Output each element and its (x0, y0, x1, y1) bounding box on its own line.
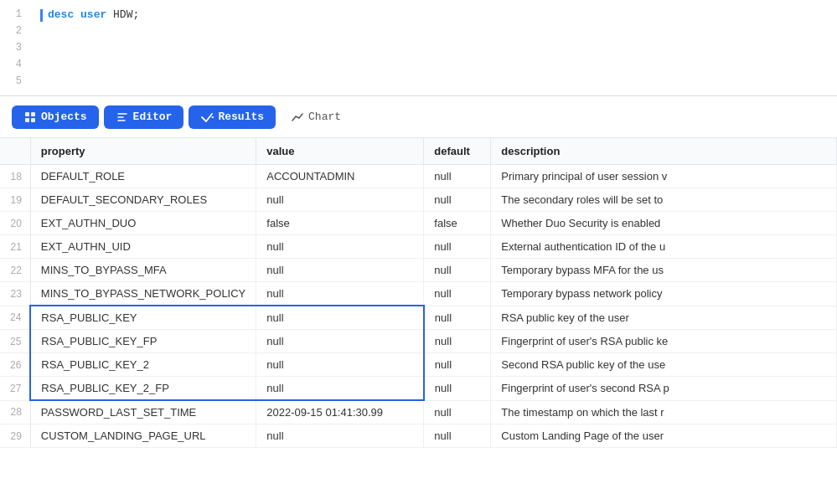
cell-description: Whether Duo Security is enabled (491, 212, 837, 235)
table-row[interactable]: 18DEFAULT_ROLEACCOUNTADMINnullPrimary pr… (0, 165, 837, 188)
svg-rect-3 (31, 118, 35, 122)
svg-rect-0 (25, 112, 29, 116)
code-content[interactable]: desc user HDW; (30, 0, 837, 95)
table-row[interactable]: 23MINS_TO_BYPASS_NETWORK_POLICYnullnullT… (0, 282, 837, 306)
chart-tab[interactable]: Chart (281, 105, 351, 129)
cell-value: null (256, 259, 424, 282)
cell-default: null (424, 353, 491, 377)
cursor (40, 9, 43, 22)
row-number: 28 (0, 400, 30, 424)
table-row[interactable]: 29CUSTOM_LANDING_PAGE_URLnullnullCustom … (0, 424, 837, 448)
objects-button[interactable]: Objects (12, 105, 99, 129)
cell-default: null (424, 259, 491, 282)
row-number: 29 (0, 424, 30, 448)
cell-value: null (256, 306, 424, 330)
cell-property: DEFAULT_SECONDARY_ROLES (30, 188, 256, 212)
cell-property: MINS_TO_BYPASS_NETWORK_POLICY (30, 282, 256, 306)
row-number: 25 (0, 330, 30, 353)
cell-default: null (424, 306, 491, 330)
cell-description: The secondary roles will be set to (491, 188, 837, 212)
cell-default: null (424, 235, 491, 259)
cell-description: RSA public key of the user (491, 306, 837, 330)
row-number: 18 (0, 165, 30, 188)
cell-description: External authentication ID of the u (491, 235, 837, 259)
table-header: property value default description (0, 138, 837, 165)
editor-button[interactable]: Editor (104, 105, 184, 129)
cell-description: Second RSA public key of the use (491, 353, 837, 377)
cell-value: null (256, 282, 424, 306)
cell-description: Fingerprint of user's RSA public ke (491, 330, 837, 353)
cell-default: null (424, 188, 491, 212)
col-rownum (0, 138, 30, 165)
cell-value: ACCOUNTADMIN (256, 165, 424, 188)
cell-description: Temporary bypass network policy (491, 282, 837, 306)
col-default: default (424, 138, 491, 165)
table-row[interactable]: 19DEFAULT_SECONDARY_ROLESnullnullThe sec… (0, 188, 837, 212)
svg-rect-1 (31, 112, 35, 116)
table-row[interactable]: 25RSA_PUBLIC_KEY_FPnullnullFingerprint o… (0, 330, 837, 353)
results-area[interactable]: property value default description 18DEF… (0, 138, 837, 504)
code-line-1: desc user HDW; (40, 7, 827, 23)
cell-default: false (424, 212, 491, 235)
cell-value: null (256, 424, 424, 448)
table-row[interactable]: 27RSA_PUBLIC_KEY_2_FPnullnullFingerprint… (0, 377, 837, 401)
cell-property: PASSWORD_LAST_SET_TIME (30, 400, 256, 424)
row-number: 22 (0, 259, 30, 282)
table-row[interactable]: 28PASSWORD_LAST_SET_TIME2022-09-15 01:41… (0, 400, 837, 424)
editor-icon (116, 111, 129, 124)
cell-property: DEFAULT_ROLE (30, 165, 256, 188)
cell-description: Fingerprint of user's second RSA p (491, 377, 837, 401)
cell-default: null (424, 377, 491, 401)
row-number: 27 (0, 377, 30, 401)
cell-value: null (256, 235, 424, 259)
col-property: property (30, 138, 256, 165)
results-button[interactable]: Results (189, 105, 276, 129)
row-number: 23 (0, 282, 30, 306)
table-row[interactable]: 22MINS_TO_BYPASS_MFAnullnullTemporary by… (0, 259, 837, 282)
cell-default: null (424, 282, 491, 306)
cell-value: 2022-09-15 01:41:30.99 (256, 400, 424, 424)
cell-value: null (256, 377, 424, 401)
cell-property: RSA_PUBLIC_KEY (30, 306, 256, 330)
cell-description: Custom Landing Page of the user (491, 424, 837, 448)
toolbar: Objects Editor Results Chart (0, 96, 837, 138)
cell-description: Primary principal of user session v (491, 165, 837, 188)
cell-property: EXT_AUTHN_UID (30, 235, 256, 259)
cell-property: EXT_AUTHN_DUO (30, 212, 256, 235)
table-row[interactable]: 21EXT_AUTHN_UIDnullnullExternal authenti… (0, 235, 837, 259)
cell-description: The timestamp on which the last r (491, 400, 837, 424)
cell-default: null (424, 424, 491, 448)
cell-default: null (424, 330, 491, 353)
cell-property: CUSTOM_LANDING_PAGE_URL (30, 424, 256, 448)
row-number: 19 (0, 188, 30, 212)
cell-value: null (256, 188, 424, 212)
row-number: 24 (0, 306, 30, 330)
row-number: 20 (0, 212, 30, 235)
cell-value: null (256, 330, 424, 353)
cell-property: MINS_TO_BYPASS_MFA (30, 259, 256, 282)
col-description: description (491, 138, 837, 165)
cell-property: RSA_PUBLIC_KEY_FP (30, 330, 256, 353)
cell-property: RSA_PUBLIC_KEY_2_FP (30, 377, 256, 401)
cell-value: false (256, 212, 424, 235)
cell-description: Temporary bypass MFA for the us (491, 259, 837, 282)
table-row[interactable]: 24RSA_PUBLIC_KEYnullnullRSA public key o… (0, 306, 837, 330)
table-row[interactable]: 20EXT_AUTHN_DUOfalsefalseWhether Duo Sec… (0, 212, 837, 235)
cell-default: null (424, 400, 491, 424)
objects-icon (23, 111, 37, 124)
chart-icon (291, 111, 304, 124)
code-editor: 1 2 3 4 5 desc user HDW; (0, 0, 837, 96)
results-icon (200, 111, 214, 124)
results-table: property value default description 18DEF… (0, 138, 837, 448)
svg-rect-2 (25, 118, 29, 122)
col-value: value (256, 138, 424, 165)
cell-value: null (256, 353, 424, 377)
cell-default: null (424, 165, 491, 188)
line-numbers: 1 2 3 4 5 (0, 0, 30, 95)
row-number: 21 (0, 235, 30, 259)
row-number: 26 (0, 353, 30, 377)
table-row[interactable]: 26RSA_PUBLIC_KEY_2nullnullSecond RSA pub… (0, 353, 837, 377)
cell-property: RSA_PUBLIC_KEY_2 (30, 353, 256, 377)
